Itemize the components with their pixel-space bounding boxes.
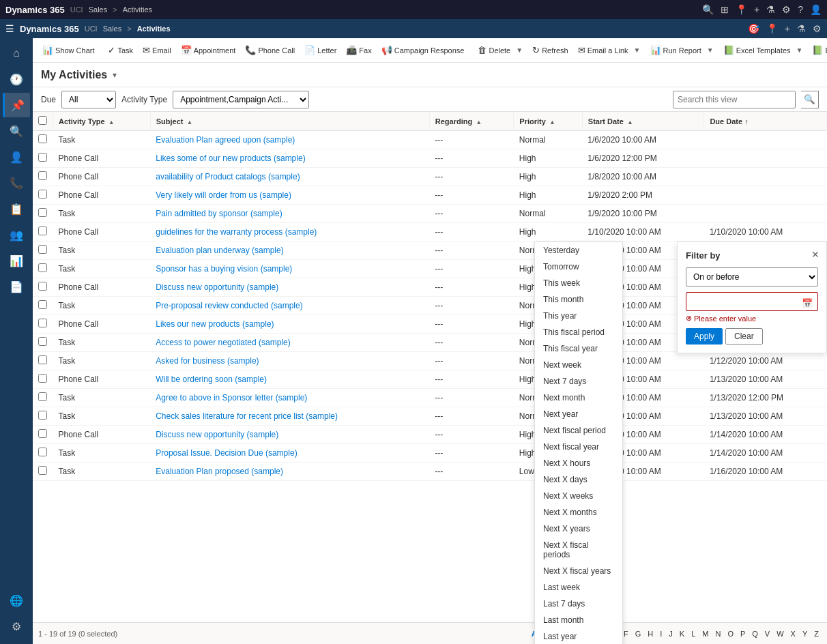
dropdown-item-this-fiscal-period[interactable]: This fiscal period <box>535 324 622 340</box>
row-checkbox[interactable] <box>38 411 47 420</box>
col-activity-type[interactable]: Activity Type ▲ <box>53 112 151 131</box>
sidebar-icon-chart[interactable]: 📊 <box>3 248 30 273</box>
filter-clear-button[interactable]: Clear <box>725 328 763 345</box>
row-checkbox[interactable] <box>38 208 47 217</box>
top-nav-link-activities[interactable]: Activities <box>123 5 152 14</box>
subject-cell[interactable]: Agree to above in Sponsor letter (sample… <box>150 389 429 407</box>
subject-cell[interactable]: availability of Product catalogs (sample… <box>150 168 429 186</box>
dropdown-item-next-x-fiscal-years[interactable]: Next X fiscal years <box>535 563 622 579</box>
sidebar-icon-notes[interactable]: 📋 <box>3 196 30 221</box>
col-subject[interactable]: Subject ▲ <box>150 112 429 131</box>
sidebar-icon-people[interactable]: 👥 <box>3 222 30 247</box>
sidebar-icon-globe[interactable]: 🌐 <box>3 588 30 613</box>
row-checkbox[interactable] <box>38 374 47 383</box>
second-goal-icon[interactable]: 🎯 <box>748 23 759 34</box>
subject-link[interactable]: Likes some of our new products (sample) <box>156 153 305 163</box>
row-checkbox[interactable] <box>38 245 47 254</box>
select-all-header[interactable] <box>33 112 53 131</box>
task-button[interactable]: ✓ Task <box>104 43 137 57</box>
letter-button[interactable]: 📄 Letter <box>300 43 340 57</box>
campaign-response-button[interactable]: 📢 Campaign Response <box>377 43 469 57</box>
subject-cell[interactable]: Pre-proposal review conducted (sample) <box>150 297 429 315</box>
second-plus-icon[interactable]: + <box>785 23 790 34</box>
letter-q[interactable]: Q <box>749 628 761 639</box>
col-priority[interactable]: Priority ▲ <box>514 112 583 131</box>
subject-cell[interactable]: Discuss new opportunity (sample) <box>150 278 429 297</box>
row-checkbox[interactable] <box>38 153 47 162</box>
appointment-button[interactable]: 📅 Appointment <box>177 43 240 57</box>
subject-link[interactable]: Proposal Issue. Decision Due (sample) <box>156 448 297 458</box>
letter-w[interactable]: W <box>774 628 786 639</box>
dropdown-item-yesterday[interactable]: Yesterday <box>535 242 622 259</box>
row-checkbox-cell[interactable] <box>33 278 53 297</box>
letter-n[interactable]: N <box>712 628 723 639</box>
row-checkbox-cell[interactable] <box>33 241 53 260</box>
row-checkbox[interactable] <box>38 282 47 291</box>
second-filter-icon[interactable]: ⚗ <box>797 23 806 34</box>
subject-cell[interactable]: Evaluation plan underway (sample) <box>150 241 429 260</box>
sidebar-icon-settings[interactable]: ⚙ <box>3 614 30 639</box>
subject-cell[interactable]: Pain admitted by sponsor (sample) <box>150 205 429 223</box>
subject-cell[interactable]: Proposal Issue. Decision Due (sample) <box>150 444 429 463</box>
second-nav-link-activities[interactable]: Activities <box>137 25 171 33</box>
row-checkbox-cell[interactable] <box>33 334 53 352</box>
second-nav-link-sales[interactable]: Sales <box>103 25 122 33</box>
row-checkbox-cell[interactable] <box>33 260 53 278</box>
sidebar-icon-home[interactable]: ⌂ <box>3 41 30 65</box>
delete-button[interactable]: 🗑 Delete <box>474 43 514 57</box>
letter-p[interactable]: P <box>738 628 748 639</box>
subject-cell[interactable]: Very likely will order from us (sample) <box>150 186 429 205</box>
hamburger-icon[interactable]: ☰ <box>5 23 14 34</box>
dropdown-item-next-x-hours[interactable]: Next X hours <box>535 455 622 471</box>
date-filter-dropdown[interactable]: Yesterday Tomorrow This week This month … <box>534 241 623 644</box>
search-button[interactable]: 🔍 <box>801 91 819 108</box>
dropdown-item-next-year[interactable]: Next year <box>535 406 622 422</box>
filter-apply-button[interactable]: Apply <box>686 328 723 345</box>
letter-v[interactable]: V <box>762 628 772 639</box>
row-checkbox-cell[interactable] <box>33 205 53 223</box>
subject-cell[interactable]: Will be ordering soon (sample) <box>150 370 429 389</box>
letter-i[interactable]: I <box>657 628 665 639</box>
export-to-excel-button[interactable]: 📗 Export to Excel <box>808 43 827 57</box>
row-checkbox-cell[interactable] <box>33 370 53 389</box>
refresh-button[interactable]: ↻ Refresh <box>528 43 572 57</box>
letter-l[interactable]: L <box>688 628 698 639</box>
row-checkbox[interactable] <box>38 190 47 199</box>
subject-link[interactable]: Will be ordering soon (sample) <box>156 375 267 384</box>
subject-link[interactable]: Discuss new opportunity (sample) <box>156 282 278 292</box>
phonecall-button[interactable]: 📞 Phone Call <box>241 43 299 57</box>
filter-nav-icon[interactable]: ⚗ <box>766 4 775 15</box>
col-start-date[interactable]: Start Date ▲ <box>582 112 704 131</box>
row-checkbox-cell[interactable] <box>33 389 53 407</box>
dropdown-item-next-x-weeks[interactable]: Next X weeks <box>535 488 622 504</box>
letter-z[interactable]: Z <box>811 628 822 639</box>
subject-link[interactable]: Pain admitted by sponsor (sample) <box>156 209 282 218</box>
letter-h[interactable]: H <box>645 628 656 639</box>
dropdown-item-last-week[interactable]: Last week <box>535 579 622 596</box>
dropdown-item-this-fiscal-year[interactable]: This fiscal year <box>535 340 622 357</box>
subject-cell[interactable]: Evaluation Plan agreed upon (sample) <box>150 131 429 149</box>
row-checkbox[interactable] <box>38 226 47 235</box>
page-title-chevron[interactable]: ▾ <box>113 70 117 80</box>
fax-button[interactable]: 📠 Fax <box>342 43 375 57</box>
row-checkbox[interactable] <box>38 392 47 401</box>
plus-icon[interactable]: + <box>754 4 759 15</box>
sidebar-icon-docs[interactable]: 📄 <box>3 274 30 299</box>
col-regarding[interactable]: Regarding ▲ <box>429 112 514 131</box>
row-checkbox[interactable] <box>38 429 47 438</box>
subject-cell[interactable]: Likes some of our new products (sample) <box>150 149 429 168</box>
row-checkbox-cell[interactable] <box>33 407 53 426</box>
subject-cell[interactable]: Sponsor has a buying vision (sample) <box>150 260 429 278</box>
row-checkbox[interactable] <box>38 134 47 143</box>
row-checkbox[interactable] <box>38 337 47 346</box>
letter-y[interactable]: Y <box>800 628 810 639</box>
run-report-button[interactable]: 📊 Run Report <box>646 43 706 57</box>
dropdown-item-next-month[interactable]: Next month <box>535 390 622 406</box>
sidebar-icon-contacts[interactable]: 👤 <box>3 145 30 169</box>
excel-templates-dropdown-icon[interactable]: ▼ <box>796 46 803 54</box>
dropdown-item-next-x-years[interactable]: Next X years <box>535 521 622 537</box>
row-checkbox[interactable] <box>38 300 47 309</box>
subject-link[interactable]: Very likely will order from us (sample) <box>156 190 291 200</box>
apps-icon[interactable]: ⊞ <box>721 4 729 15</box>
gear-nav-icon[interactable]: ⚙ <box>782 4 791 15</box>
